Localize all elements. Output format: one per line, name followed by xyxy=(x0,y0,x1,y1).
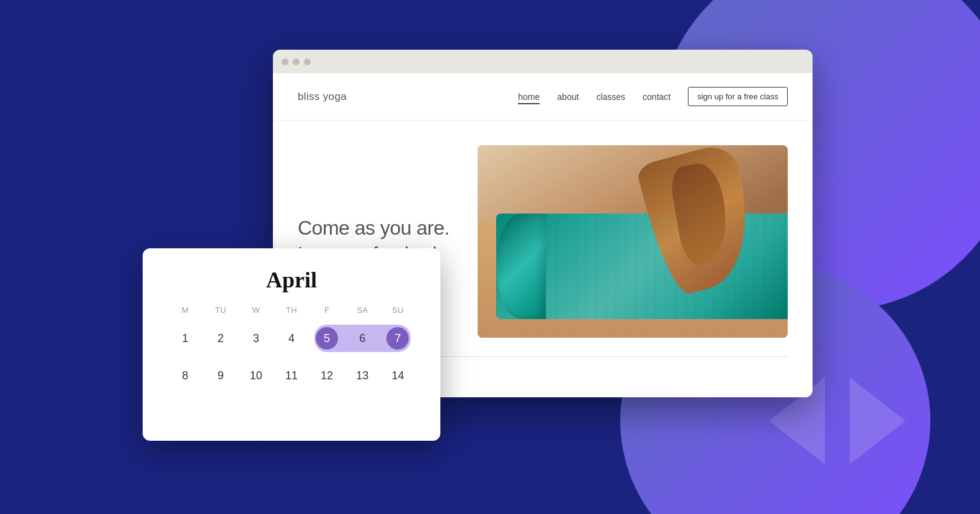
site-logo: bliss yoga xyxy=(298,91,347,103)
cal-cell-9[interactable]: 9 xyxy=(203,359,238,392)
calendar-row-1: 1 2 3 4 5 6 7 xyxy=(167,322,416,354)
cal-header-w: W xyxy=(238,305,274,315)
hero-image xyxy=(478,145,788,338)
nav-link-about[interactable]: about xyxy=(557,92,579,102)
cal-cell-6[interactable]: 6 xyxy=(345,322,380,354)
cal-header-m: M xyxy=(167,305,203,315)
nav-cta-button[interactable]: sign up for a free class xyxy=(688,87,788,106)
cal-cell-5[interactable]: 5 xyxy=(310,322,345,354)
cal-header-f: F xyxy=(310,305,345,315)
calendar-row-2: 8 9 10 11 12 13 14 xyxy=(167,359,416,392)
calendar-widget: April M TU W TH F SA SU 1 2 3 4 xyxy=(143,248,440,441)
cal-header-tu: TU xyxy=(203,305,238,315)
site-nav-links: home about classes contact sign up for a… xyxy=(518,87,788,106)
cal-header-sa: SA xyxy=(345,305,380,315)
browser-dot-yellow xyxy=(293,58,300,65)
browser-dot-red xyxy=(282,58,288,65)
bowtie-right xyxy=(850,377,906,464)
cal-cell-11[interactable]: 11 xyxy=(274,359,309,392)
cal-header-su: SU xyxy=(380,305,416,315)
cal-cell-1[interactable]: 1 xyxy=(167,322,203,354)
nav-link-classes[interactable]: classes xyxy=(596,92,625,102)
cal-cell-12[interactable]: 12 xyxy=(310,359,345,392)
cal-cell-7[interactable]: 7 xyxy=(380,322,416,354)
nav-link-home[interactable]: home xyxy=(518,92,540,102)
cal-cell-8[interactable]: 8 xyxy=(167,359,203,392)
cal-cell-3[interactable]: 3 xyxy=(238,322,274,354)
cal-cell-2[interactable]: 2 xyxy=(203,322,238,354)
site-nav: bliss yoga home about classes contact si… xyxy=(273,73,813,120)
browser-titlebar xyxy=(273,50,813,73)
cal-cell-4[interactable]: 4 xyxy=(274,322,309,354)
cal-cell-10[interactable]: 10 xyxy=(238,359,274,392)
calendar-header-row: M TU W TH F SA SU xyxy=(167,305,416,315)
calendar-grid: M TU W TH F SA SU 1 2 3 4 5 xyxy=(167,305,416,392)
cal-cell-14[interactable]: 14 xyxy=(380,359,416,392)
cal-cell-13[interactable]: 13 xyxy=(345,359,380,392)
nav-link-contact[interactable]: contact xyxy=(643,92,670,102)
browser-dot-green xyxy=(304,58,311,65)
cal-header-th: TH xyxy=(274,305,309,315)
calendar-month: April xyxy=(167,267,416,293)
